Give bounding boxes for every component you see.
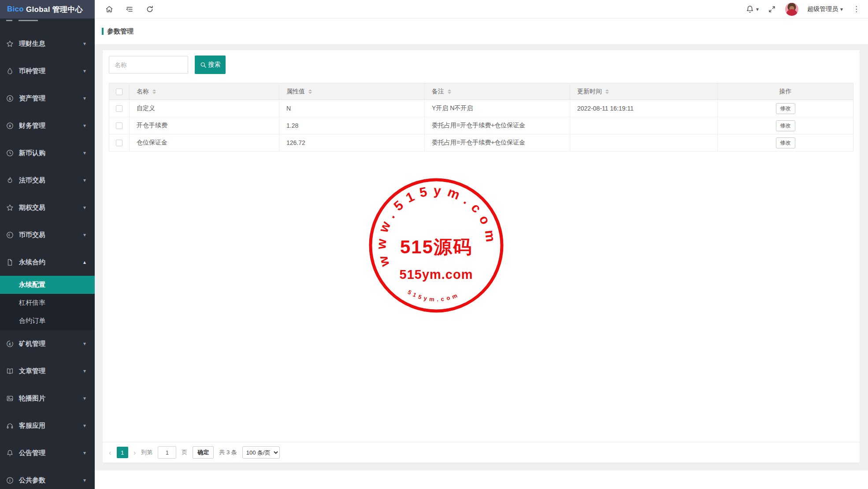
fullscreen-icon[interactable] <box>768 5 776 14</box>
book-icon <box>6 367 14 375</box>
sort-icon[interactable] <box>448 89 451 94</box>
sidebar-item-kefu[interactable]: 客服应用 ▾ <box>0 412 95 439</box>
cell-value: N <box>279 100 425 117</box>
edit-button[interactable]: 修改 <box>776 120 795 131</box>
chevron-down-icon: ▾ <box>83 478 86 483</box>
sidebar-item-licai[interactable]: 理财生息 ▾ <box>0 30 95 57</box>
sort-icon[interactable] <box>308 89 312 94</box>
bell-icon <box>746 5 754 14</box>
info-circle-icon <box>6 477 14 484</box>
confirm-page-button[interactable]: 确定 <box>193 446 214 459</box>
more-menu-icon[interactable]: ⋮ <box>852 5 861 13</box>
notifications-button[interactable]: ▾ <box>746 5 759 14</box>
sidebar-subitem-heyue-dingdan[interactable]: 合约订单 <box>0 312 95 330</box>
history-circle-icon <box>6 231 14 239</box>
sidebar-item-wenzhang[interactable]: 文章管理 ▾ <box>0 357 95 385</box>
sidebar-item-gonggong[interactable]: 公共参数 ▾ <box>0 467 95 489</box>
sidebar-subitem-yongxu-peizhi[interactable]: 永续配置 <box>0 276 95 294</box>
admin-menu[interactable]: 超级管理员 ▾ <box>807 5 843 13</box>
sidebar-item-bibi[interactable]: 币币交易 ▾ <box>0 221 95 248</box>
sidebar-item-label: 公告管理 <box>19 449 45 457</box>
dollar-circle-icon: $ <box>6 95 14 102</box>
image-icon <box>6 395 14 402</box>
sidebar-item-label: 矿机管理 <box>19 340 45 348</box>
collapse-menu-icon[interactable] <box>125 5 134 14</box>
sidebar-item-fabi[interactable]: 法币交易 ▾ <box>0 167 95 194</box>
chevron-down-icon: ▾ <box>83 450 86 456</box>
sidebar-item-label: 期权交易 <box>19 204 45 212</box>
avatar[interactable] <box>785 3 798 16</box>
sidebar-item-yongxu[interactable]: 永续合约 ▴ <box>0 248 95 276</box>
app-logo: Bico Global 管理中心 <box>0 0 95 19</box>
next-page-icon[interactable]: › <box>134 449 136 456</box>
clipped-menu-item-fragment <box>6 20 12 21</box>
cell-value: 126.72 <box>279 134 425 152</box>
row-checkbox[interactable] <box>116 105 122 112</box>
sidebar-item-label: 币币交易 <box>19 231 45 239</box>
prev-page-icon[interactable]: ‹ <box>109 449 111 456</box>
page-number-input[interactable] <box>158 446 176 459</box>
cell-updated: 2022-08-11 16:19:11 <box>570 100 718 117</box>
table-row: 仓位保证金 126.72 委托占用=开仓手续费+仓位保证金 修改 <box>109 134 853 152</box>
sort-icon[interactable] <box>605 89 609 94</box>
svg-text:$: $ <box>9 96 11 100</box>
edit-button[interactable]: 修改 <box>776 137 795 148</box>
fire-icon <box>6 177 14 184</box>
search-input[interactable] <box>109 56 188 74</box>
star-icon <box>6 204 14 211</box>
sidebar-item-zichan[interactable]: $ 资产管理 ▾ <box>0 85 95 112</box>
chevron-down-icon: ▾ <box>83 41 86 46</box>
sidebar-item-gonggao[interactable]: 公告管理 ▾ <box>0 439 95 467</box>
table-row: 自定义 N Y开启 N不开启 2022-08-11 16:19:11 修改 <box>109 100 853 117</box>
sidebar: Bico Global 管理中心 理财生息 ▾ 币种管理 ▾ $ 资产管理 ▾ … <box>0 0 95 489</box>
sidebar-item-label: 理财生息 <box>19 40 45 48</box>
chevron-down-icon: ▾ <box>83 150 86 156</box>
table-row: 开仓手续费 1.28 委托占用=开仓手续费+仓位保证金 修改 <box>109 117 853 134</box>
cell-remark: Y开启 N不开启 <box>425 100 570 117</box>
sidebar-item-lunbo[interactable]: 轮播图片 ▾ <box>0 385 95 412</box>
chevron-down-icon: ▾ <box>83 232 86 237</box>
pagination: ‹ 1 › 到第 页 确定 共 3 条 100 条/页 <box>103 442 860 463</box>
chevron-down-icon: ▾ <box>83 178 86 183</box>
row-checkbox[interactable] <box>116 140 122 146</box>
page-title: 参数管理 <box>107 27 134 36</box>
sidebar-item-label: 客服应用 <box>19 422 45 430</box>
cell-remark: 委托占用=开仓手续费+仓位保证金 <box>425 117 570 134</box>
row-checkbox[interactable] <box>116 122 122 129</box>
main-area: ▾ 超级管理员 ▾ ⋮ 参数管理 搜索 <box>95 0 868 489</box>
sidebar-item-label: 公共参数 <box>19 476 45 485</box>
cell-value: 1.28 <box>279 117 425 134</box>
search-icon <box>200 62 207 68</box>
sidebar-item-caiwu[interactable]: ¥ 财务管理 ▾ <box>0 112 95 139</box>
file-icon <box>6 259 14 266</box>
column-header-remark: 备注 <box>432 88 444 96</box>
home-icon[interactable] <box>105 5 114 14</box>
edit-button[interactable]: 修改 <box>776 103 795 114</box>
sidebar-item-kuangji[interactable]: € 矿机管理 ▾ <box>0 330 95 357</box>
search-button[interactable]: 搜索 <box>195 56 226 74</box>
sidebar-item-qiquan[interactable]: 期权交易 ▾ <box>0 194 95 221</box>
table-header-row: 名称 属性值 备注 更新时间 操作 <box>109 83 853 100</box>
chevron-down-icon: ▾ <box>83 68 86 74</box>
logo-brand: Bico <box>7 5 24 14</box>
sidebar-subitem-ganggan-beilv[interactable]: 杠杆倍率 <box>0 294 95 312</box>
cell-name: 开仓手续费 <box>130 117 279 134</box>
logo-rest: Global 管理中心 <box>24 4 83 15</box>
cell-name: 仓位保证金 <box>130 134 279 152</box>
star-icon <box>6 40 14 48</box>
sidebar-item-label: 永续合约 <box>19 258 45 267</box>
params-table: 名称 属性值 备注 更新时间 操作 自定义 N Y开启 N不开启 <box>109 83 853 152</box>
content: 搜索 名称 属性值 备注 更新时间 操作 <box>95 44 868 470</box>
sidebar-subitem-label: 合约订单 <box>19 317 45 325</box>
sort-icon[interactable] <box>152 89 156 94</box>
sidebar-item-bizhong[interactable]: 币种管理 ▾ <box>0 57 95 85</box>
goto-suffix-label: 页 <box>182 448 187 456</box>
current-page[interactable]: 1 <box>117 447 128 458</box>
refresh-icon[interactable] <box>145 5 154 14</box>
select-all-checkbox[interactable] <box>116 89 122 95</box>
page-size-select[interactable]: 100 条/页 <box>242 446 280 459</box>
chevron-down-icon: ▾ <box>840 6 843 12</box>
admin-label: 超级管理员 <box>807 5 838 13</box>
sidebar-item-xinbi[interactable]: 新币认购 ▾ <box>0 139 95 167</box>
chevron-down-icon: ▾ <box>83 96 86 101</box>
